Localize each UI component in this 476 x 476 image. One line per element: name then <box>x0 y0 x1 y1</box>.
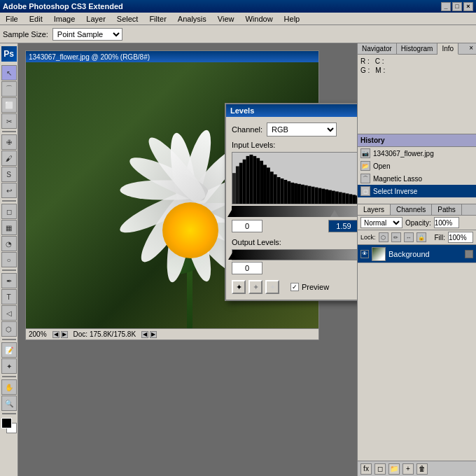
lock-all[interactable]: 🔒 <box>416 232 426 242</box>
svg-rect-36 <box>352 195 356 204</box>
svg-rect-34 <box>345 193 349 204</box>
tool-eyedropper[interactable]: ✦ <box>1 358 17 374</box>
minimize-button[interactable]: _ <box>441 2 451 11</box>
white-eyedropper[interactable]: ✦ <box>265 280 279 294</box>
tab-layers[interactable]: Layers <box>358 204 391 215</box>
channel-row: Channel: RGB Red Green Blue <box>232 122 357 136</box>
input-mid-field[interactable] <box>328 220 357 232</box>
menu-window[interactable]: Window <box>242 14 275 24</box>
preview-label: Preview <box>302 283 329 291</box>
levels-title: Levels <box>230 106 254 115</box>
input-slider[interactable] <box>232 206 357 217</box>
canvas-statusbar: 200% ◀ ▶ Doc: 175.8K/175.8K ◀ ▶ <box>26 328 318 340</box>
gray-eyedropper[interactable]: ✦ <box>248 280 262 294</box>
svg-rect-37 <box>356 195 357 204</box>
history-item-2[interactable]: ⌒ Magnetic Lasso <box>358 172 476 185</box>
channel-select[interactable]: RGB Red Green Blue <box>267 122 337 136</box>
tab-paths[interactable]: Paths <box>432 204 462 215</box>
svg-rect-5 <box>246 156 250 204</box>
blend-mode-select[interactable]: Normal Multiply Screen <box>360 217 402 228</box>
foreground-color-swatch[interactable] <box>1 418 12 428</box>
history-item-1[interactable]: 📂 Open <box>358 160 476 172</box>
tool-brush[interactable]: 🖌 <box>1 150 17 166</box>
svg-rect-31 <box>335 191 339 204</box>
lock-position[interactable]: ↔ <box>404 232 414 242</box>
menu-layer[interactable]: Layer <box>83 14 108 24</box>
output-black-handle[interactable] <box>228 253 237 260</box>
svg-rect-1 <box>232 173 236 204</box>
preview-checkbox[interactable]: ✓ <box>290 283 299 291</box>
tool-heal[interactable]: ✙ <box>1 134 17 150</box>
menu-edit[interactable]: Edit <box>27 14 46 24</box>
input-mid-handle[interactable] <box>330 210 339 217</box>
nav-left[interactable]: ◀ <box>52 331 59 338</box>
tool-hand[interactable]: ✋ <box>1 379 17 395</box>
tab-navigator[interactable]: Navigator <box>358 43 397 54</box>
history-item-0[interactable]: 📷 1343067_flower.jpg <box>358 147 476 160</box>
svg-rect-15 <box>280 178 284 204</box>
tool-select-path[interactable]: ◁ <box>1 305 17 321</box>
history-icon-1: 📂 <box>360 161 370 171</box>
layers-tabs: Layers Channels Paths <box>358 204 476 216</box>
nav-left-2[interactable]: ◀ <box>141 331 148 338</box>
menu-image[interactable]: Image <box>51 14 78 24</box>
tool-dodge[interactable]: ○ <box>1 252 17 267</box>
m-label: M : <box>375 66 385 74</box>
tool-shape[interactable]: ⬡ <box>1 321 17 337</box>
info-c: C : <box>375 57 384 65</box>
menu-view[interactable]: View <box>215 14 237 24</box>
tool-lasso[interactable]: ⌒ <box>1 81 17 97</box>
ps-logo: Ps <box>1 46 17 62</box>
delete-layer-button[interactable]: 🗑 <box>416 463 428 475</box>
history-item-3[interactable]: ◻ Select Inverse <box>358 185 476 197</box>
add-style-button[interactable]: fx <box>360 463 372 475</box>
close-button-app[interactable]: × <box>463 2 473 11</box>
opacity-input[interactable] <box>434 217 459 228</box>
tool-crop[interactable]: ⬜ <box>1 97 17 113</box>
tool-stamp[interactable]: S <box>1 167 17 182</box>
sample-size-select[interactable]: Point Sample 3 by 3 Average 5 by 5 Avera… <box>52 28 122 41</box>
main-area: Ps ↖ ⌒ ⬜ ✂ ✙ 🖌 S ↩ ◻ ▦ ◔ ○ ✒ T ◁ ⬡ 📝 ✦ ✋… <box>0 43 476 476</box>
black-eyedropper[interactable]: ✦ <box>232 280 246 294</box>
tool-pen[interactable]: ✒ <box>1 273 17 288</box>
tool-notes[interactable]: 📝 <box>1 342 17 358</box>
menu-analysis[interactable]: Analysis <box>175 14 209 24</box>
history-label-1: Open <box>373 162 390 170</box>
nav-arrows-2[interactable]: ◀ ▶ <box>141 331 157 338</box>
color-swatches[interactable] <box>1 418 17 433</box>
tab-info[interactable]: Info <box>438 43 458 55</box>
tool-gradient[interactable]: ▦ <box>1 220 17 235</box>
tool-history-brush[interactable]: ↩ <box>1 183 17 198</box>
nav-panel-close[interactable]: × <box>466 43 476 54</box>
new-group-button[interactable]: 📁 <box>388 463 400 475</box>
lock-image[interactable]: ✏ <box>391 232 401 242</box>
output-min-field[interactable] <box>232 262 262 274</box>
nav-arrows[interactable]: ◀ ▶ <box>52 331 68 338</box>
tool-text[interactable]: T <box>1 289 17 304</box>
menu-help[interactable]: Help <box>281 14 303 24</box>
new-layer-button[interactable]: + <box>402 463 414 475</box>
tool-zoom[interactable]: 🔍 <box>1 396 17 411</box>
add-mask-button[interactable]: ◻ <box>374 463 386 475</box>
input-min-field[interactable] <box>232 220 262 232</box>
layer-background[interactable]: 👁 Background <box>358 245 476 263</box>
tool-eraser[interactable]: ◻ <box>1 204 17 219</box>
nav-right-2[interactable]: ▶ <box>150 331 157 338</box>
tool-separator-5 <box>2 376 16 377</box>
maximize-button[interactable]: □ <box>452 2 462 11</box>
tool-move[interactable]: ↖ <box>1 65 17 80</box>
tab-channels[interactable]: Channels <box>391 204 432 215</box>
menu-file[interactable]: File <box>3 14 21 24</box>
input-black-handle[interactable] <box>227 210 236 217</box>
canvas-zoom: 200% <box>29 330 47 338</box>
tool-slice[interactable]: ✂ <box>1 113 17 129</box>
lock-transparent[interactable]: ⬡ <box>379 232 388 242</box>
menu-filter[interactable]: Filter <box>146 14 169 24</box>
tool-blur[interactable]: ◔ <box>1 236 17 251</box>
nav-right[interactable]: ▶ <box>61 331 68 338</box>
menu-select[interactable]: Select <box>114 14 141 24</box>
svg-rect-30 <box>332 191 335 204</box>
fill-input[interactable] <box>448 232 473 243</box>
layer-eye-background[interactable]: 👁 <box>360 250 369 258</box>
tab-histogram[interactable]: Histogram <box>397 43 438 54</box>
